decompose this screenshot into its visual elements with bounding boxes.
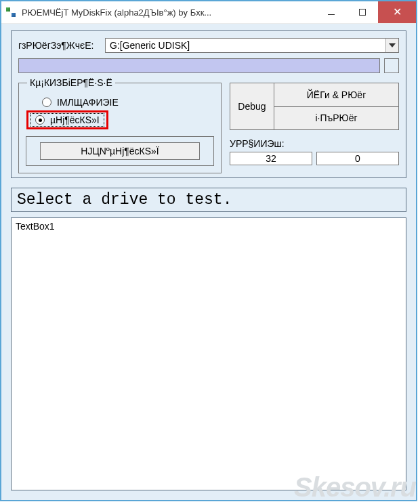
close-button[interactable]: ✕ bbox=[378, 1, 416, 23]
mid-columns: Кµ¡КИЗБiЕР¶Ё·S·Ё IМЛЩАФИЭIЕ µНj¶ёсКS»I bbox=[18, 83, 399, 173]
mode-option-2[interactable]: µНj¶ёсКS»I bbox=[28, 109, 211, 131]
progress-indicator-box bbox=[384, 58, 399, 73]
highlight-frame: µНj¶ёсКS»I bbox=[26, 110, 108, 129]
mode-option-1-label: IМЛЩАФИЭIЕ bbox=[57, 97, 119, 108]
drive-selected-value: G:[Generic UDISK] bbox=[106, 39, 385, 52]
mode-groupbox: Кµ¡КИЗБiЕР¶Ё·S·Ё IМЛЩАФИЭIЕ µНj¶ёсКS»I bbox=[18, 83, 222, 173]
scan-fix-button[interactable]: ЙЁГи & РЮёг bbox=[274, 83, 398, 107]
top-panel: гзРЮёгЗэ¶ЖчєE: G:[Generic UDISK] bbox=[11, 30, 406, 178]
drive-label: гзРЮёгЗэ¶ЖчєE: bbox=[18, 40, 105, 51]
window-buttons: ✕ bbox=[316, 1, 416, 23]
app-icon bbox=[5, 7, 16, 18]
mode-option-1[interactable]: IМЛЩАФИЭIЕ bbox=[41, 96, 211, 109]
log-textbox[interactable]: TextBox1 bbox=[11, 217, 406, 490]
mode-action-panel: НJЦNºµНj¶ёсКS»Ї bbox=[26, 136, 214, 166]
progress-bar bbox=[18, 58, 380, 73]
counters-row: 32 0 bbox=[230, 152, 399, 165]
client-area: гзРЮёгЗэ¶ЖчєE: G:[Generic UDISK] bbox=[1, 24, 416, 500]
mode-option-2-label: µНj¶ёсКS»I bbox=[50, 114, 100, 125]
app-window: РЮЕМЧЁjТ MyDiskFix (alpha2ДЪIв°ж) by Бхк… bbox=[0, 0, 417, 501]
mode-action-button[interactable]: НJЦNºµНj¶ёсКS»Ї bbox=[40, 142, 200, 160]
right-column: Debug ЙЁГи & РЮёг i·ПъРЮёг УРР§ИИЭш: 32 … bbox=[230, 83, 399, 165]
debug-button[interactable]: Debug bbox=[230, 83, 274, 130]
mode-group-title: Кµ¡КИЗБiЕР¶Ё·S·Ё bbox=[27, 77, 115, 88]
left-column: Кµ¡КИЗБiЕР¶Ё·S·Ё IМЛЩАФИЭIЕ µНj¶ёсКS»I bbox=[18, 83, 222, 173]
dropdown-button[interactable] bbox=[385, 39, 398, 52]
titlebar: РЮЕМЧЁjТ MyDiskFix (alpha2ДЪIв°ж) by Бхк… bbox=[1, 1, 416, 24]
minimize-icon bbox=[328, 14, 335, 15]
minimize-button[interactable] bbox=[316, 1, 347, 23]
window-title: РЮЕМЧЁjТ MyDiskFix (alpha2ДЪIв°ж) by Бхк… bbox=[22, 7, 316, 18]
radio-icon bbox=[42, 98, 51, 107]
maximize-icon bbox=[359, 9, 366, 16]
cancel-fix-button[interactable]: i·ПъРЮёг bbox=[274, 107, 398, 131]
counters-label: УРР§ИИЭш: bbox=[230, 138, 399, 149]
radio-icon bbox=[35, 115, 45, 125]
close-icon: ✕ bbox=[393, 7, 402, 18]
status-message: Select a drive to test. bbox=[11, 188, 406, 212]
drive-select[interactable]: G:[Generic UDISK] bbox=[105, 38, 399, 53]
maximize-button[interactable] bbox=[347, 1, 378, 23]
counter-value-2: 0 bbox=[316, 152, 399, 165]
drive-row: гзРЮёгЗэ¶ЖчєE: G:[Generic UDISK] bbox=[18, 38, 399, 53]
progress-row bbox=[18, 58, 399, 73]
debug-button-block: Debug ЙЁГи & РЮёг i·ПъРЮёг bbox=[230, 83, 399, 130]
counter-value-1: 32 bbox=[230, 152, 312, 165]
chevron-down-icon bbox=[389, 43, 396, 47]
